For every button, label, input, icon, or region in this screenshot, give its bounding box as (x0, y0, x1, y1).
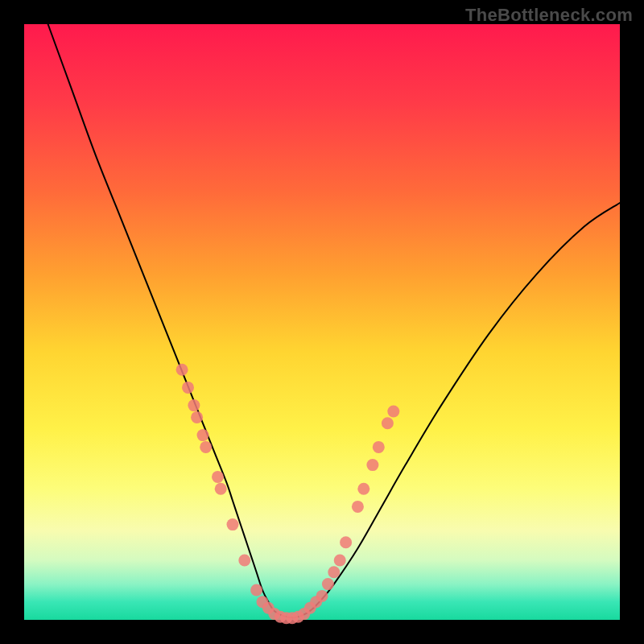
watermark-text: TheBottleneck.com (465, 5, 633, 26)
data-marker (182, 382, 194, 394)
data-marker (357, 483, 369, 495)
data-markers (176, 364, 400, 625)
data-marker (334, 555, 346, 567)
data-marker (340, 536, 352, 548)
data-marker (366, 459, 378, 471)
data-marker (373, 441, 385, 453)
data-marker (382, 417, 394, 429)
data-marker (215, 483, 227, 495)
bottleneck-curve (48, 24, 620, 617)
data-marker (322, 578, 334, 590)
data-marker (212, 471, 224, 483)
data-marker (250, 584, 262, 597)
data-marker (227, 518, 239, 530)
data-marker (316, 590, 328, 602)
data-marker (188, 399, 200, 411)
data-marker (387, 406, 399, 418)
chart-svg (24, 24, 620, 620)
plot-area (24, 24, 620, 620)
data-marker (176, 364, 188, 376)
data-marker (238, 555, 250, 567)
data-marker (191, 411, 203, 423)
chart-frame: TheBottleneck.com (0, 0, 644, 644)
data-marker (197, 429, 209, 441)
data-marker (200, 441, 212, 453)
data-marker (328, 566, 340, 578)
data-marker (352, 501, 364, 513)
